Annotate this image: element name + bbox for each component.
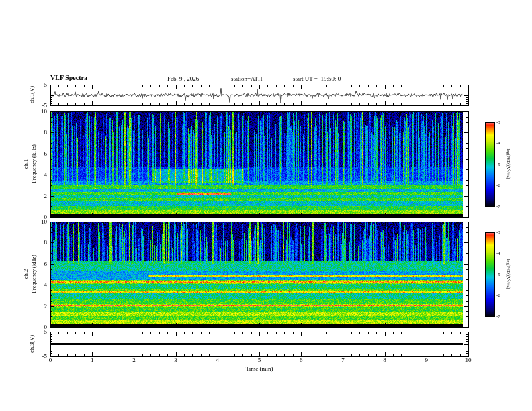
colorbar-tick-label: -6: [496, 293, 500, 298]
x-tick-label: 9: [425, 357, 429, 363]
colorbar-tick-label: -4: [496, 251, 500, 256]
ch1-spectrogram-channel-label: ch.1: [23, 159, 29, 169]
x-tick-label: 7: [341, 357, 345, 363]
header-start-ut: start UT = 19:50: 0: [293, 76, 341, 82]
y-tick-label: 5: [44, 82, 48, 88]
colorbar-tick-label: -3: [496, 120, 500, 125]
x-tick-label: 1: [91, 357, 94, 363]
x-tick-label: 5: [258, 357, 261, 363]
colorbar2-label: log(PSD)(V²/Hz): [506, 259, 511, 289]
ch2-frequency-axis-label: Frequency (kHz): [31, 255, 37, 293]
y-tick-label: 4: [44, 172, 48, 178]
ch3-voltage-axis-label: ch.3(V): [29, 335, 35, 353]
time-axis-label: Time (min): [246, 366, 273, 372]
colorbar-tick-label: -4: [496, 141, 500, 146]
plot-canvas: [0, 0, 532, 411]
colorbar-tick-label: -5: [496, 162, 500, 167]
colorbar-tick-label: -6: [496, 183, 500, 187]
plot-title: VLF Spectra: [50, 75, 87, 81]
y-tick-label: 6: [44, 261, 48, 267]
y-tick-label: 8: [44, 130, 48, 136]
colorbar-tick-label: -7: [496, 204, 500, 209]
y-tick-label: 5: [44, 329, 48, 335]
colorbar1-label: log(PSD)(V²/Hz): [506, 149, 511, 179]
y-tick-label: 6: [44, 150, 48, 156]
vlf-spectra-figure: VLF Spectra Feb. 9 , 2026 station=ATH st…: [0, 0, 532, 411]
y-tick-label: 2: [44, 193, 48, 199]
x-tick-label: 8: [383, 357, 386, 363]
colorbar-tick-label: -7: [496, 314, 500, 319]
x-tick-label: 0: [49, 357, 52, 363]
x-tick-label: 3: [174, 357, 177, 363]
y-tick-label: 8: [44, 240, 48, 246]
ch1-frequency-axis-label: Frequency (kHz): [31, 144, 37, 183]
x-tick-label: 10: [466, 357, 472, 363]
colorbar-tick-label: -3: [496, 230, 500, 235]
header-date: Feb. 9 , 2026: [167, 76, 199, 82]
header-station: station=ATH: [231, 76, 263, 82]
y-tick-label: 2: [44, 303, 48, 309]
y-tick-label: 4: [44, 282, 48, 288]
y-tick-label: 10: [41, 219, 47, 225]
x-tick-label: 6: [300, 357, 303, 363]
y-tick-label: 10: [41, 109, 47, 115]
x-tick-label: 4: [216, 357, 220, 363]
colorbar-tick-label: -5: [496, 272, 500, 277]
y-tick-label: -5: [42, 353, 48, 359]
ch2-spectrogram-channel-label: ch.2: [23, 269, 29, 279]
ch1-voltage-axis-label: ch.1(V): [29, 86, 35, 103]
x-tick-label: 2: [132, 357, 136, 363]
